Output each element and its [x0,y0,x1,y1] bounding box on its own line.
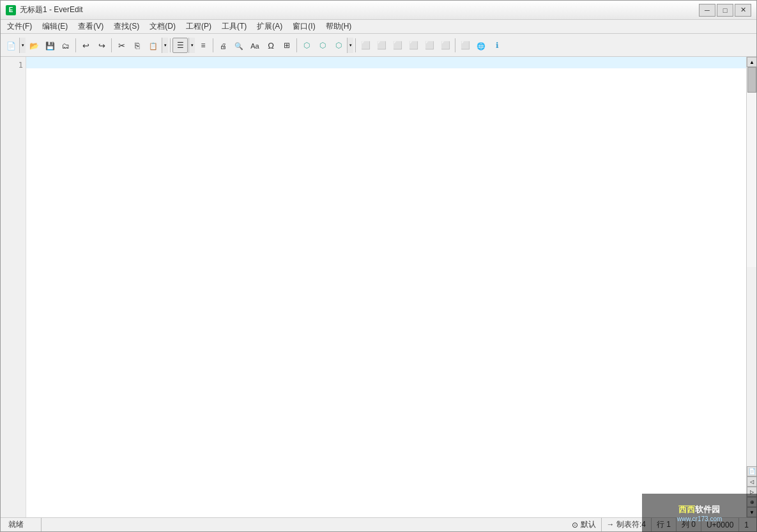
editor-container: 1 ▲ 📄 ◁ ▷ ⊕ ▼ [1,57,756,517]
menu-edit[interactable]: 编辑(E) [37,20,73,33]
replace-button[interactable] [247,38,263,53]
watermark-text: 西西软件园 www.cr173.com [677,504,723,522]
cut-button[interactable] [114,38,129,53]
app-icon: E [6,5,16,15]
align-dropdown[interactable]: ▾ [188,38,195,53]
align2-icon: ≡ [201,41,205,50]
print-icon [220,40,227,50]
menu-document[interactable]: 文档(D) [144,20,181,33]
menu-bar: 文件(F) 编辑(E) 查看(V) 查找(S) 文档(D) 工程(P) 工具(T… [1,20,756,34]
info-button[interactable]: ℹ [489,38,505,53]
open-button[interactable] [26,38,42,53]
info-icon: ℹ [496,41,499,50]
tool5-button[interactable]: ⬜ [422,38,437,53]
save-all-button[interactable] [58,38,73,53]
sep4 [213,38,213,52]
saveall-icon [62,40,70,50]
run-dropdown[interactable]: ▾ [347,38,353,53]
line-numbers: 1 [1,57,26,517]
sep6 [355,38,356,52]
copy-icon [135,40,140,50]
run3-icon: ⬡ [335,41,342,50]
tool3-button[interactable]: ⬜ [390,38,405,53]
menu-help[interactable]: 帮助(H) [321,20,357,33]
open-icon [29,40,39,50]
tool2-icon: ⬜ [377,41,386,50]
paste-icon [149,40,158,50]
watermark: 西西软件园 www.cr173.com [642,494,757,532]
editor-area [26,57,746,517]
cut-icon [118,40,125,50]
menu-tools[interactable]: 工具(T) [217,20,252,33]
column-button[interactable]: ⊞ [279,38,294,53]
encoding-icon: ⊙ [572,521,578,529]
status-encoding: ⊙ 默认 [567,518,602,531]
new-dropdown[interactable]: ▾ [19,38,26,53]
align2-button[interactable]: ≡ [195,38,211,53]
redo-button[interactable] [94,38,109,53]
status-ready: 就绪 [3,518,42,531]
menu-window[interactable]: 窗口(I) [287,20,320,33]
save-button[interactable] [42,38,57,53]
title-bar: E 无标题1 - EverEdit ─ □ ✕ [1,1,756,20]
tool1-button[interactable]: ⬜ [358,38,373,53]
scroll-thumb[interactable] [747,67,756,93]
align-button[interactable]: ☰ [172,38,188,53]
run2-icon: ⬡ [319,41,326,50]
tool7-button[interactable]: ⬜ [457,38,473,53]
run1-button[interactable]: ⬡ [299,38,314,53]
run3-button[interactable]: ⬡ [331,38,346,53]
page-up-icon[interactable]: 📄 [747,466,756,476]
save-icon [45,40,55,50]
maximize-button[interactable]: □ [717,4,733,17]
run2-button[interactable]: ⬡ [315,38,330,53]
sep2 [111,38,112,52]
menu-extend[interactable]: 扩展(A) [252,20,287,33]
scroll-track[interactable] [747,67,756,267]
replace-icon [250,40,259,50]
scroll-up-arrow[interactable]: ▲ [747,57,756,67]
sep3 [170,38,171,52]
paste-button[interactable] [146,38,161,53]
tool2-button[interactable]: ⬜ [374,38,389,53]
editor-textarea[interactable] [26,57,746,517]
minimize-button[interactable]: ─ [699,4,715,17]
undo-button[interactable] [78,38,93,53]
tool6-icon: ⬜ [441,41,450,50]
tool4-icon: ⬜ [409,41,418,50]
prev-icon[interactable]: ◁ [747,476,756,487]
toolbar: ▾ ▾ ☰ ▾ [1,34,756,57]
menu-search[interactable]: 查找(S) [109,20,144,33]
menu-file[interactable]: 文件(F) [2,20,37,33]
window-title: 无标题1 - EverEdit [20,4,699,15]
internet-icon [477,40,486,50]
app-window: E 无标题1 - EverEdit ─ □ ✕ 文件(F) 编辑(E) 查看(V… [0,0,757,532]
tool3-icon: ⬜ [393,41,402,50]
char-icon [268,40,274,50]
menu-project[interactable]: 工程(P) [181,20,217,33]
tool4-button[interactable]: ⬜ [406,38,421,53]
find-icon [234,40,243,50]
run1-icon: ⬡ [303,41,310,50]
internet-button[interactable] [473,38,489,53]
tool6-button[interactable]: ⬜ [438,38,453,53]
right-scrollbar[interactable]: ▲ 📄 ◁ ▷ ⊕ ▼ [746,57,756,517]
column-icon: ⊞ [284,41,290,50]
new-icon [6,40,16,50]
menu-view[interactable]: 查看(V) [73,20,109,33]
watermark-url: www.cr173.com [677,515,723,522]
paste-dropdown[interactable]: ▾ [162,38,168,53]
print-button[interactable] [215,38,231,53]
close-button[interactable]: ✕ [735,4,751,17]
new-button[interactable] [3,38,19,53]
redo-icon [98,40,105,50]
char-button[interactable] [263,38,279,53]
undo-icon [82,40,89,50]
find-button[interactable] [231,38,247,53]
watermark-brand: 西西 [678,505,695,514]
sep1 [75,38,76,52]
copy-button[interactable] [130,38,145,53]
tool7-icon: ⬜ [461,41,470,50]
window-controls: ─ □ ✕ [699,4,751,17]
align-icon: ☰ [177,41,184,50]
